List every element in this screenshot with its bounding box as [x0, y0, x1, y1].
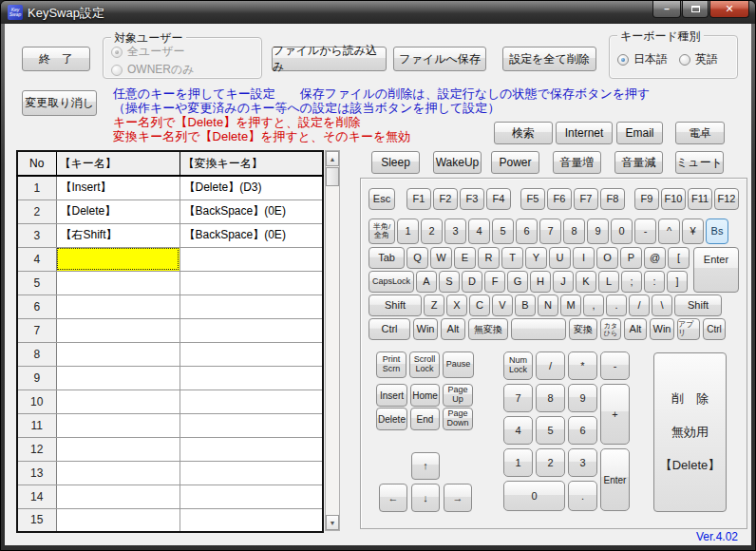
key-Shift[interactable]: Shift [674, 294, 722, 316]
radio-英語[interactable]: 英語 [679, 51, 718, 67]
key-C[interactable]: C [469, 294, 490, 316]
launch-button-音量減[interactable]: 音量減 [614, 151, 663, 174]
key-F6[interactable]: F6 [547, 188, 572, 210]
key-name-cell[interactable] [56, 508, 180, 532]
key-D[interactable]: D [462, 271, 482, 293]
key-Win[interactable]: Win [413, 318, 438, 340]
swap-key-name-cell[interactable] [180, 484, 323, 508]
save-to-file-button[interactable]: ファイルへ保存 [393, 47, 486, 71]
key-name-cell[interactable] [56, 437, 180, 461]
launch-button-Email[interactable]: Email [616, 122, 663, 144]
key-:[interactable]: : [644, 271, 665, 293]
key-PageDown[interactable]: PageDown [443, 408, 473, 430]
key-5[interactable]: 5 [536, 416, 565, 445]
key-name-cell[interactable]: 【Insert】 [56, 176, 180, 200]
key-name-cell[interactable] [56, 366, 180, 390]
key-7[interactable]: 7 [503, 384, 533, 412]
key-S[interactable]: S [439, 271, 460, 293]
key-8[interactable]: 8 [536, 384, 565, 412]
table-scrollbar[interactable]: ▲ ▼ [325, 150, 340, 531]
minimize-button[interactable]: – [652, 1, 681, 18]
key-name-cell[interactable] [56, 390, 180, 413]
key-F8[interactable]: F8 [600, 188, 625, 210]
key-.[interactable]: . [568, 481, 597, 511]
key-name-cell[interactable] [56, 413, 180, 437]
key-[[interactable]: [ [668, 247, 690, 269]
swap-key-name-cell[interactable] [180, 318, 323, 342]
delete-all-settings-button[interactable]: 設定を全て削除 [502, 47, 596, 71]
key-N[interactable]: N [538, 294, 558, 316]
key-0[interactable]: 0 [503, 481, 565, 511]
key-F[interactable]: F [484, 271, 505, 293]
key-Z[interactable]: Z [424, 294, 444, 316]
launch-button-Internet[interactable]: Internet [556, 122, 613, 144]
launch-button-Sleep[interactable]: Sleep [371, 151, 420, 174]
key-2[interactable]: 2 [421, 218, 443, 244]
key-E[interactable]: E [454, 247, 476, 269]
key-K[interactable]: K [576, 271, 596, 293]
key-ScrollLock[interactable]: ScrollLock [409, 352, 440, 378]
key-name-cell[interactable] [56, 294, 180, 318]
launch-button-音量増[interactable]: 音量増 [553, 151, 601, 174]
key-カタひら[interactable]: カタひら [600, 318, 621, 340]
key-F11[interactable]: F11 [688, 188, 712, 210]
undo-changes-button[interactable]: 変更取り消し [22, 90, 97, 116]
swap-key-name-cell[interactable] [180, 461, 323, 484]
key-4[interactable]: 4 [503, 416, 533, 445]
key-↓[interactable]: ↓ [411, 484, 440, 512]
swap-key-name-cell[interactable] [180, 437, 323, 461]
key-U[interactable]: U [549, 247, 571, 269]
key-F4[interactable]: F4 [486, 188, 511, 210]
key-M[interactable]: M [560, 294, 581, 316]
key-0[interactable]: 0 [611, 218, 633, 244]
key-\[interactable]: \ [652, 294, 672, 316]
key-@[interactable]: @ [644, 247, 666, 269]
key-7[interactable]: 7 [539, 218, 561, 244]
key-T[interactable]: T [501, 247, 523, 269]
key-→[interactable]: → [444, 484, 472, 512]
key-F2[interactable]: F2 [433, 188, 458, 210]
swap-key-name-cell[interactable] [180, 342, 323, 366]
key-*[interactable]: * [568, 352, 597, 380]
key-B[interactable]: B [515, 294, 536, 316]
key-NumLock[interactable]: NumLock [503, 352, 533, 380]
scroll-down-button[interactable]: ▼ [326, 515, 339, 530]
delete-disable-button[interactable]: 削 除 無効用 【Delete】 [653, 352, 727, 512]
key-Pause[interactable]: Pause [443, 352, 474, 378]
key-F9[interactable]: F9 [634, 188, 659, 210]
key-Alt[interactable]: Alt [441, 318, 465, 340]
key-G[interactable]: G [507, 271, 528, 293]
key-Alt[interactable]: Alt [624, 318, 647, 340]
key-L[interactable]: L [598, 271, 619, 293]
key-name-cell[interactable] [56, 484, 180, 508]
key-name-cell[interactable] [56, 461, 180, 484]
key--[interactable]: - [634, 218, 656, 244]
key-F3[interactable]: F3 [460, 188, 484, 210]
key-J[interactable]: J [553, 271, 574, 293]
swap-key-name-cell[interactable]: 【BackSpace】(0E) [180, 200, 323, 223]
key-9[interactable]: 9 [568, 384, 597, 412]
key-Delete[interactable]: Delete [376, 408, 407, 430]
key-2[interactable]: 2 [536, 448, 565, 477]
key-.[interactable]: . [606, 294, 627, 316]
key-アプリ[interactable]: アプリ [677, 318, 700, 340]
key-F10[interactable]: F10 [661, 188, 686, 210]
key-¥[interactable]: ¥ [682, 218, 704, 244]
swap-key-name-cell[interactable] [180, 271, 323, 294]
swap-key-name-cell[interactable] [180, 508, 323, 532]
key-Tab[interactable]: Tab [369, 247, 405, 269]
radio-日本語[interactable]: 日本語 [617, 51, 668, 67]
key-3[interactable]: 3 [568, 448, 597, 477]
key-][interactable]: ] [667, 271, 688, 293]
key-PrintScrn[interactable]: PrintScrn [376, 352, 406, 378]
key-5[interactable]: 5 [492, 218, 514, 244]
key-/[interactable]: / [629, 294, 650, 316]
key-space[interactable] [511, 318, 566, 340]
key-^[interactable]: ^ [658, 218, 680, 244]
key-R[interactable]: R [478, 247, 500, 269]
key-F5[interactable]: F5 [520, 188, 545, 210]
key-name-cell[interactable] [56, 271, 180, 294]
key-P[interactable]: P [620, 247, 642, 269]
key-変換[interactable]: 変換 [569, 318, 597, 340]
key-W[interactable]: W [430, 247, 452, 269]
